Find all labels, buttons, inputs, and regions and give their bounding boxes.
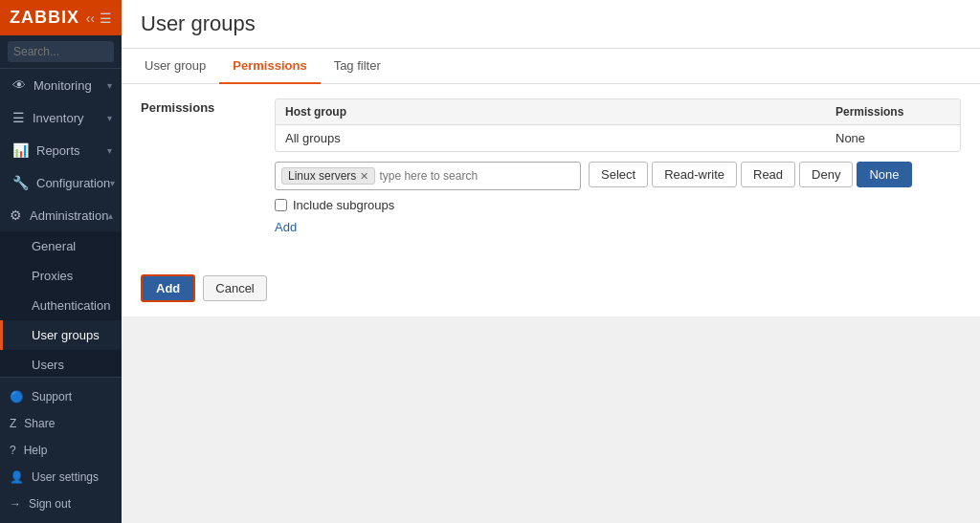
share-icon: Z (10, 417, 16, 430)
chevron-up-icon: ▴ (108, 210, 113, 221)
bottom-item-label: Share (24, 417, 55, 430)
chevron-icon: ▾ (107, 145, 112, 156)
host-group-input[interactable]: Linux servers ✕ (275, 162, 581, 190)
tab-panel: User group Permissions Tag filter Permis… (122, 49, 980, 316)
include-subgroups-checkbox[interactable] (275, 199, 287, 211)
include-subgroups-row: Include subgroups (275, 198, 961, 212)
chevron-icon: ▾ (110, 178, 115, 188)
perm-perm-value: None (835, 131, 950, 145)
search-area (0, 35, 122, 69)
cancel-button[interactable]: Cancel (203, 275, 266, 301)
sidebar-item-label: Monitoring (33, 78, 92, 93)
tag-chip-remove[interactable]: ✕ (360, 170, 368, 183)
bottom-item-label: User settings (32, 470, 99, 484)
sidebar-item-general[interactable]: General (0, 231, 122, 261)
chevron-icon: ▾ (107, 113, 112, 123)
configuration-icon: 🔧 (12, 175, 29, 190)
host-group-search-input[interactable] (379, 169, 574, 183)
form-section: Permissions Host group Permissions All g… (122, 84, 980, 260)
sidebar-item-monitoring[interactable]: 👁 Monitoring ▾ (0, 69, 122, 101)
bottom-item-label: Help (24, 444, 48, 457)
sidebar-item-label: Reports (36, 143, 80, 158)
logo-area: ZABBIX ‹‹ ☰ (0, 0, 122, 35)
bottom-item-sign-out[interactable]: → Sign out (0, 490, 122, 517)
sidebar-item-user-groups[interactable]: User groups (0, 320, 122, 350)
tag-chip-label: Linux servers (288, 169, 356, 183)
administration-icon: ⚙ (10, 207, 22, 223)
admin-submenu: General Proxies Authentication User grou… (0, 231, 122, 377)
main-content: User groups User group Permissions Tag f… (122, 0, 980, 523)
select-button[interactable]: Select (589, 162, 648, 187)
deny-button[interactable]: Deny (799, 162, 853, 187)
sidebar-item-inventory[interactable]: ☰ Inventory ▾ (0, 101, 122, 134)
reports-icon: 📊 (12, 142, 29, 158)
add-button[interactable]: Add (141, 274, 195, 302)
bottom-item-support[interactable]: 🔵 Support (0, 383, 122, 410)
sidebar-item-reports[interactable]: 📊 Reports ▾ (0, 134, 122, 166)
sidebar-item-authentication[interactable]: Authentication (0, 291, 122, 320)
permission-buttons-row: Select Read-write Read Deny None (589, 162, 912, 187)
collapse-icon[interactable]: ‹‹ (86, 11, 95, 26)
support-icon: 🔵 (10, 390, 24, 403)
perm-group-value: All groups (285, 131, 835, 145)
sign-out-icon: → (10, 497, 21, 511)
search-input[interactable] (8, 41, 114, 62)
permissions-label: Permissions (141, 98, 275, 115)
monitoring-icon: 👁 (12, 77, 26, 93)
permissions-content: Host group Permissions All groups None (275, 98, 961, 234)
page-title: User groups (141, 11, 961, 36)
sidebar-icon-group: ‹‹ ☰ (86, 11, 112, 26)
sidebar-item-administration[interactable]: ⚙ Administration ▴ (0, 199, 122, 231)
permissions-header: Host group Permissions (276, 99, 960, 125)
linux-servers-tag: Linux servers ✕ (281, 167, 375, 185)
sidebar-item-users[interactable]: Users (0, 350, 122, 377)
expand-icon[interactable]: ☰ (100, 11, 112, 26)
read-write-button[interactable]: Read-write (652, 162, 737, 187)
page-header: User groups (122, 0, 980, 49)
sidebar-item-label: Configuration (36, 176, 110, 190)
sidebar-item-label: Inventory (33, 111, 83, 125)
bottom-item-help[interactable]: ? Help (0, 437, 122, 464)
administration-section: ⚙ Administration ▴ General Proxies Authe… (0, 199, 122, 377)
col-permissions: Permissions (835, 105, 950, 119)
sidebar-bottom: 🔵 Support Z Share ? Help 👤 User settings… (0, 377, 122, 523)
add-permission-link[interactable]: Add (275, 220, 297, 234)
sidebar-nav: 👁 Monitoring ▾ ☰ Inventory ▾ 📊 Reports ▾… (0, 69, 122, 377)
permissions-data-row: All groups None (276, 125, 960, 151)
tabs-bar: User group Permissions Tag filter (122, 49, 980, 84)
bottom-item-label: Sign out (29, 497, 71, 511)
bottom-item-label: Support (32, 390, 72, 403)
chevron-icon: ▾ (107, 80, 112, 91)
action-buttons: Add Cancel (122, 260, 980, 316)
sidebar: ZABBIX ‹‹ ☰ 👁 Monitoring ▾ ☰ Inventory ▾… (0, 0, 122, 523)
sidebar-item-label: Administration (30, 208, 108, 223)
read-button[interactable]: Read (741, 162, 795, 187)
tab-tag-filter[interactable]: Tag filter (321, 49, 394, 84)
app-logo: ZABBIX (10, 8, 79, 28)
bottom-item-user-settings[interactable]: 👤 User settings (0, 464, 122, 490)
col-host-group: Host group (285, 105, 835, 119)
none-button[interactable]: None (857, 162, 911, 187)
help-icon: ? (10, 444, 16, 457)
permissions-form-row: Permissions Host group Permissions All g… (141, 98, 961, 234)
include-subgroups-label[interactable]: Include subgroups (293, 198, 394, 212)
sidebar-item-proxies[interactable]: Proxies (0, 261, 122, 291)
permissions-table: Host group Permissions All groups None (275, 98, 961, 152)
user-settings-icon: 👤 (10, 470, 24, 484)
tab-user-group[interactable]: User group (131, 49, 219, 84)
tab-permissions[interactable]: Permissions (219, 49, 320, 84)
inventory-icon: ☰ (12, 110, 25, 125)
bottom-item-share[interactable]: Z Share (0, 410, 122, 437)
content-area: User group Permissions Tag filter Permis… (122, 49, 980, 523)
sidebar-item-configuration[interactable]: 🔧 Configuration ▾ (0, 166, 122, 199)
